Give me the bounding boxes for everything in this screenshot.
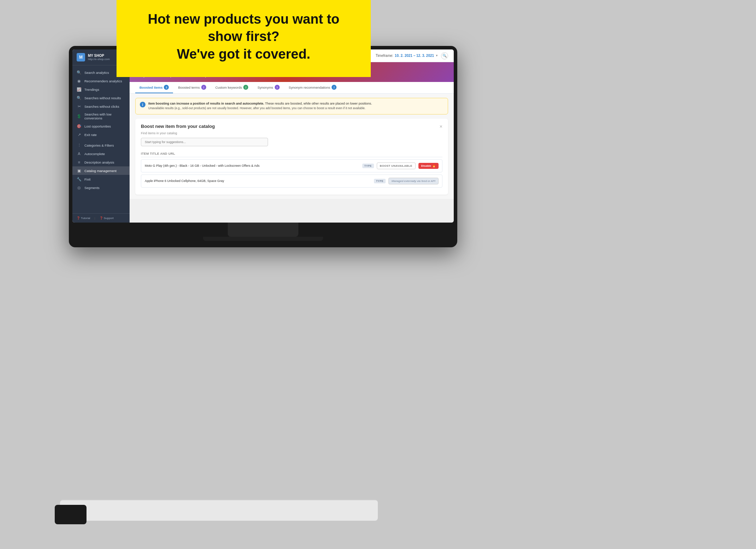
sidebar-item-label: Trendings <box>84 88 99 92</box>
sidebar-item-label: Lost opportunities <box>84 124 111 128</box>
item-title-2: Apple iPhone 6 Unlocked Cellphone, 64GB,… <box>145 179 371 183</box>
timeframe-label: Timeframe: <box>376 54 393 58</box>
sidebar-item-description[interactable]: ≡ Description analysis <box>72 158 130 166</box>
exit-rate-icon: ↗ <box>77 132 82 137</box>
boost-unavailable-button[interactable]: BOOST UNAVAILABLE <box>377 163 416 169</box>
catalog-icon: ▣ <box>77 168 82 173</box>
info-desc: Unavailable results (e.g., sold-out prod… <box>148 106 372 111</box>
boost-form-subtitle: Find items in your catalog <box>141 131 442 135</box>
sidebar-footer: ❓ Tutorial | ❓ Support <box>72 213 130 223</box>
content-body: i Item boosting can increase a position … <box>130 94 454 199</box>
item-title-1: Moto G Play (4th gen.) - Black - 16 GB -… <box>145 164 359 168</box>
table-header: Item title and URL <box>141 150 442 157</box>
info-box: i Item boosting can increase a position … <box>135 98 448 114</box>
table-row: Apple iPhone 6 Unlocked Cellphone, 64GB,… <box>141 175 442 188</box>
synonym-rec-badge: 2 <box>332 85 337 90</box>
boost-form-title: Boost new item from your catalog <box>141 124 215 129</box>
sidebar-item-catalog[interactable]: ▣ Catalog management <box>72 166 130 175</box>
no-clicks-icon: ✂ <box>77 104 82 109</box>
synonyms-badge: 3 <box>275 85 280 90</box>
search-analytics-icon: 🔍 <box>77 70 82 75</box>
sidebar-item-label: Fixit <box>84 177 90 181</box>
sidebar-item-fixit[interactable]: 🔧 Fixit <box>72 175 130 183</box>
autocomplete-icon: A <box>77 151 82 156</box>
info-icon: i <box>140 102 145 107</box>
sidebar-item-label: Search analytics <box>84 71 109 75</box>
sidebar-item-label: Searches without results <box>84 96 121 100</box>
low-conversions-icon: 💲 <box>77 114 82 119</box>
no-results-icon: 🔍 <box>77 95 82 100</box>
tutorial-link[interactable]: ❓ Tutorial <box>77 217 90 220</box>
sidebar-item-no-clicks[interactable]: ✂ Searches without clicks <box>72 102 130 111</box>
boost-form-header: Boost new item from your catalog × <box>141 124 442 129</box>
tabs-bar: Boosted items 2 Boosted terms 2 Custom k… <box>130 82 454 94</box>
phone-decoration <box>55 505 87 524</box>
sidebar-shop-info: MY SHOP http://e-shop.com <box>88 54 110 61</box>
sidebar-item-recommenders[interactable]: ◉ Recommenders analytics <box>72 77 130 85</box>
sidebar-item-label: Exit rate <box>84 133 97 137</box>
banner-line1: Hot new products you want to show first? <box>148 12 340 44</box>
tab-boosted-terms[interactable]: Boosted terms 2 <box>174 82 210 93</box>
sidebar-item-label: Catalog management <box>84 169 117 173</box>
support-link[interactable]: ❓ Support <box>100 217 114 220</box>
recommenders-icon: ◉ <box>77 78 82 83</box>
segments-icon: ◎ <box>77 185 82 190</box>
sidebar-logo-icon: M <box>77 53 85 61</box>
promo-banner: Hot new products you want to show first?… <box>117 0 371 77</box>
banner-line2: We've got it covered. <box>177 47 310 61</box>
sidebar-item-segments[interactable]: ◎ Segments <box>72 183 130 192</box>
close-button[interactable]: × <box>440 124 442 129</box>
date-dropdown-icon: ▼ <box>435 54 438 57</box>
item-type-badge-1: TYPE <box>362 164 374 168</box>
lost-opportunities-icon: 🎯 <box>77 124 82 129</box>
sidebar-item-label: Searches without clicks <box>84 105 119 108</box>
sidebar-item-no-results[interactable]: 🔍 Searches without results <box>72 94 130 102</box>
custom-keywords-badge: 2 <box>243 85 248 90</box>
sidebar-item-label: Recommenders analytics <box>84 79 122 83</box>
boost-form: Boost new item from your catalog × Find … <box>135 119 448 195</box>
sidebar-item-exit-rate[interactable]: ↗ Exit rate <box>72 130 130 139</box>
tab-boosted-items[interactable]: Boosted items 2 <box>135 82 173 93</box>
tab-synonyms[interactable]: Synonyms 3 <box>253 82 284 93</box>
date-range: 10. 2. 2021 – 12. 3. 2021 <box>395 54 434 58</box>
table-row: Moto G Play (4th gen.) - Black - 16 GB -… <box>141 159 442 172</box>
sidebar-item-trendings[interactable]: 📈 Trendings <box>72 85 130 94</box>
info-content: Item boosting can increase a position of… <box>148 102 372 111</box>
description-icon: ≡ <box>77 160 82 165</box>
item-type-badge-2: TYPE <box>374 179 386 183</box>
sidebar-item-label: Categories & Filters <box>84 143 114 147</box>
timeframe-selector[interactable]: Timeframe: 10. 2. 2021 – 12. 3. 2021 ▼ <box>376 54 438 58</box>
disable-button[interactable]: Disable 🔥 <box>418 163 439 169</box>
sidebar-item-label: Description analysis <box>84 160 114 164</box>
tab-synonym-recommendations[interactable]: Synonym recommendations 2 <box>285 82 341 93</box>
sidebar-item-categories[interactable]: ⋮ Categories & Filters <box>72 141 130 149</box>
boosted-items-badge: 2 <box>164 85 169 90</box>
shop-name: MY SHOP <box>88 54 110 58</box>
sidebar-item-label: Segments <box>84 186 100 190</box>
keyboard-decoration <box>60 500 378 521</box>
sidebar-item-autocomplete[interactable]: A Autocomplete <box>72 149 130 158</box>
trendings-icon: 📈 <box>77 87 82 92</box>
sidebar-item-label: Searches with low conversions <box>84 112 125 120</box>
boosted-terms-badge: 2 <box>201 85 206 90</box>
monitor-base <box>203 237 323 241</box>
sidebar-item-low-conversions[interactable]: 💲 Searches with low conversions <box>72 111 130 122</box>
sidebar-item-lost-opportunities[interactable]: 🎯 Lost opportunities <box>72 122 130 130</box>
shop-url: http://e-shop.com <box>88 58 110 61</box>
tab-custom-keywords[interactable]: Custom keywords 2 <box>211 82 253 93</box>
managed-externally-button[interactable]: Managed externally via feed or API <box>388 178 439 184</box>
sidebar-nav: 🔍 Search analytics ◉ Recommenders analyt… <box>72 65 130 213</box>
sidebar-item-label: Autocomplete <box>84 152 105 156</box>
categories-icon: ⋮ <box>77 143 82 148</box>
fire-icon: 🔥 <box>432 164 436 167</box>
search-button[interactable]: 🔍 <box>441 52 448 59</box>
fixit-icon: 🔧 <box>77 177 82 182</box>
catalog-search-input[interactable] <box>141 138 268 146</box>
monitor-stand <box>228 223 298 237</box>
info-title: Item boosting can increase a position of… <box>148 102 372 105</box>
content-area: CATALOG MANAGEMENT Push your items to th… <box>130 62 454 223</box>
